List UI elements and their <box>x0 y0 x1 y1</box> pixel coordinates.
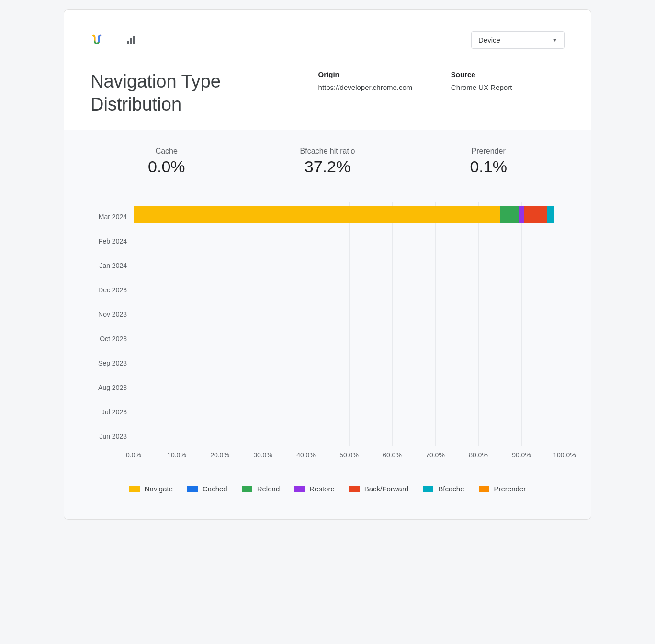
brand-area <box>90 34 135 46</box>
legend-item: Navigate <box>129 485 173 493</box>
x-tick-label: 90.0% <box>512 451 531 459</box>
legend-item: Bfcache <box>423 485 464 493</box>
report-card: Device ▼ Navigation Type Distribution Or… <box>64 10 591 519</box>
plot-area <box>134 202 565 446</box>
legend-label: Cached <box>203 485 227 493</box>
bar-segment <box>554 206 554 223</box>
bar-row <box>134 231 565 248</box>
stat-cache: Cache 0.0% <box>148 147 185 176</box>
x-tick-label: 0.0% <box>126 451 141 459</box>
y-tick-label: Oct 2023 <box>90 326 134 351</box>
legend-item: Reload <box>242 485 280 493</box>
legend: NavigateCachedReloadRestoreBack/ForwardB… <box>90 485 565 493</box>
legend-label: Reload <box>257 485 280 493</box>
x-tick-label: 20.0% <box>210 451 229 459</box>
y-tick-label: Aug 2023 <box>90 375 134 400</box>
x-tick-label: 40.0% <box>296 451 316 459</box>
origin-value: https://developer.chrome.com <box>318 83 432 91</box>
bar-row <box>134 206 565 223</box>
x-tick-label: 70.0% <box>426 451 445 459</box>
x-axis-labels: 0.0%10.0%20.0%30.0%40.0%50.0%60.0%70.0%8… <box>134 451 565 466</box>
legend-swatch <box>187 486 198 492</box>
crux-logo-icon <box>90 34 103 46</box>
stat-bfcache: Bfcache hit ratio 37.2% <box>300 147 355 176</box>
source-value: Chrome UX Report <box>451 83 565 91</box>
legend-item: Cached <box>187 485 227 493</box>
legend-swatch <box>129 486 140 492</box>
legend-label: Bfcache <box>438 485 464 493</box>
chevron-down-icon: ▼ <box>553 37 557 43</box>
bar-segment <box>500 206 519 223</box>
bar-row <box>134 426 565 443</box>
bar-row <box>134 377 565 394</box>
legend-label: Back/Forward <box>364 485 409 493</box>
x-tick-label: 60.0% <box>383 451 402 459</box>
origin-column: Origin https://developer.chrome.com <box>318 70 432 91</box>
y-tick-label: Mar 2024 <box>90 204 134 229</box>
legend-label: Navigate <box>145 485 173 493</box>
origin-label: Origin <box>318 70 432 78</box>
bar-segment <box>134 206 500 223</box>
legend-swatch <box>294 486 305 492</box>
y-axis-labels: Mar 2024Feb 2024Jan 2024Dec 2023Nov 2023… <box>90 202 134 448</box>
separator <box>115 34 115 46</box>
device-selector[interactable]: Device ▼ <box>471 31 565 49</box>
legend-label: Prerender <box>494 485 526 493</box>
bar-row <box>134 328 565 345</box>
bars-layer <box>134 202 565 446</box>
bar-segment <box>519 206 524 223</box>
top-bar: Device ▼ <box>90 31 565 49</box>
legend-item: Back/Forward <box>349 485 409 493</box>
stats-chart-section: Cache 0.0% Bfcache hit ratio 37.2% Prere… <box>64 130 591 519</box>
stat-cache-label: Cache <box>148 147 185 155</box>
stat-bfcache-label: Bfcache hit ratio <box>300 147 355 155</box>
stats-row: Cache 0.0% Bfcache hit ratio 37.2% Prere… <box>90 147 565 176</box>
legend-swatch <box>423 486 433 492</box>
bar-segment <box>547 206 553 223</box>
y-tick-label: Sep 2023 <box>90 351 134 375</box>
bar-segment <box>524 206 547 223</box>
bar-row <box>134 279 565 297</box>
y-tick-label: Feb 2024 <box>90 229 134 253</box>
stat-prerender: Prerender 0.1% <box>470 147 507 176</box>
device-selector-label: Device <box>478 36 500 44</box>
y-tick-label: Nov 2023 <box>90 302 134 326</box>
x-tick-label: 10.0% <box>167 451 186 459</box>
header-row: Navigation Type Distribution Origin http… <box>90 70 565 116</box>
source-label: Source <box>451 70 565 78</box>
legend-label: Restore <box>309 485 335 493</box>
y-tick-label: Dec 2023 <box>90 278 134 302</box>
y-tick-label: Jun 2023 <box>90 424 134 448</box>
legend-item: Prerender <box>479 485 526 493</box>
legend-swatch <box>349 486 360 492</box>
bar-row <box>134 304 565 321</box>
x-tick-label: 30.0% <box>253 451 272 459</box>
stat-cache-value: 0.0% <box>148 157 185 176</box>
legend-swatch <box>479 486 489 492</box>
page-title: Navigation Type Distribution <box>90 70 299 116</box>
bar-row <box>134 401 565 419</box>
source-column: Source Chrome UX Report <box>451 70 565 91</box>
legend-item: Restore <box>294 485 335 493</box>
y-tick-label: Jul 2023 <box>90 400 134 424</box>
bar-row <box>134 353 565 370</box>
x-tick-label: 100.0% <box>553 451 576 459</box>
stat-prerender-label: Prerender <box>470 147 507 155</box>
x-tick-label: 50.0% <box>339 451 359 459</box>
legend-swatch <box>242 486 252 492</box>
bars-icon <box>127 36 135 44</box>
stat-prerender-value: 0.1% <box>470 157 507 176</box>
stat-bfcache-value: 37.2% <box>300 157 355 176</box>
x-axis-line <box>134 446 565 446</box>
x-tick-label: 80.0% <box>469 451 488 459</box>
bar-row <box>134 255 565 272</box>
y-tick-label: Jan 2024 <box>90 253 134 278</box>
distribution-chart: Mar 2024Feb 2024Jan 2024Dec 2023Nov 2023… <box>90 202 565 493</box>
